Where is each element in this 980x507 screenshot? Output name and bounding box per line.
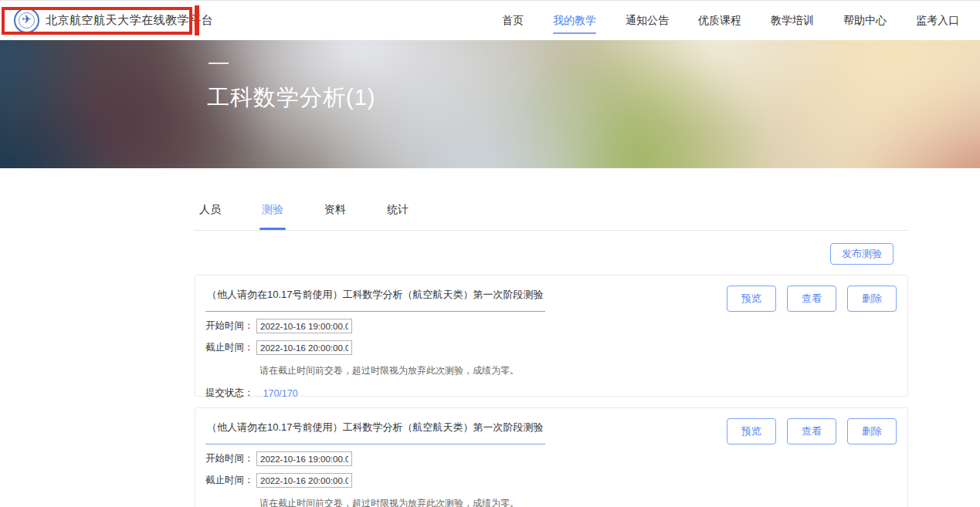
end-time-input[interactable] (256, 473, 352, 488)
course-tabbar: 人员 测验 资料 统计 (195, 189, 908, 231)
end-time-row: 截止时间： (205, 340, 895, 355)
nav-item-notices[interactable]: 通知公告 (626, 9, 669, 32)
tab-materials[interactable]: 资料 (324, 189, 346, 230)
start-time-row: 开始时间： (205, 451, 895, 466)
tab-statistics[interactable]: 统计 (387, 189, 409, 230)
brand-title: 北京航空航天大学在线教学平台 (46, 13, 213, 28)
end-time-label: 截止时间： (205, 341, 249, 354)
nav-item-proctor-entrance[interactable]: 监考入口 (916, 9, 959, 32)
deadline-note: 请在截止时间前交卷，超过时限视为放弃此次测验，成绩为零。 (259, 364, 895, 377)
course-title: 工科数学分析(1) (207, 83, 375, 113)
brand[interactable]: 北京航空航天大学在线教学平台 (14, 8, 213, 33)
quiz-card: （他人请勿在10.17号前使用）工科数学分析（航空航天类）第一次阶段测验 预览 … (195, 275, 908, 397)
publish-quiz-button[interactable]: 发布测验 (830, 243, 894, 265)
deadline-note: 请在截止时间前交卷，超过时限视为放弃此次测验，成绩为零。 (259, 497, 895, 507)
nav-item-teacher-training[interactable]: 教学培训 (771, 9, 814, 32)
main-content: 人员 测验 资料 统计 发布测验 （他人请勿在10.17号前使用）工科数学分析（… (195, 168, 908, 507)
nav-item-my-teaching[interactable]: 我的教学 (553, 9, 596, 32)
end-time-input[interactable] (256, 340, 352, 355)
start-time-row: 开始时间： (205, 319, 895, 333)
end-time-row: 截止时间： (205, 473, 895, 488)
tab-members[interactable]: 人员 (199, 189, 221, 230)
submission-status-row: 提交状态： 170/170 (205, 387, 895, 400)
start-time-input[interactable] (256, 451, 352, 466)
university-seal-logo (14, 8, 39, 33)
quiz-actions: 预览 查看 删除 (727, 418, 897, 444)
banner-background-image (0, 40, 980, 168)
quiz-title-link[interactable]: （他人请勿在10.17号前使用）工科数学分析（航空航天类）第一次阶段测验 (205, 419, 545, 444)
quiz-toolbar: 发布测验 (195, 231, 908, 269)
tab-quizzes[interactable]: 测验 (262, 189, 283, 230)
quiz-card: （他人请勿在10.17号前使用）工科数学分析（航空航天类）第一次阶段测验 预览 … (195, 407, 908, 507)
preview-button[interactable]: 预览 (727, 286, 776, 312)
nav-item-help-center[interactable]: 帮助中心 (843, 9, 887, 32)
top-header: 北京航空航天大学在线教学平台 首页 我的教学 通知公告 优质课程 教学培训 帮助… (0, 0, 980, 40)
main-nav: 首页 我的教学 通知公告 优质课程 教学培训 帮助中心 监考入口 (487, 1, 974, 41)
view-button[interactable]: 查看 (787, 286, 836, 312)
delete-button[interactable]: 删除 (847, 286, 897, 312)
course-banner: 工科数学分析(1) (0, 40, 980, 168)
submission-status-label: 提交状态： (205, 387, 254, 400)
end-time-label: 截止时间： (205, 474, 249, 487)
quiz-actions: 预览 查看 删除 (727, 286, 897, 312)
start-time-label: 开始时间： (205, 319, 249, 333)
preview-button[interactable]: 预览 (727, 418, 776, 444)
nav-item-quality-courses[interactable]: 优质课程 (698, 9, 741, 32)
quiz-title-link[interactable]: （他人请勿在10.17号前使用）工科数学分析（航空航天类）第一次阶段测验 (205, 286, 545, 312)
start-time-label: 开始时间： (205, 452, 249, 465)
banner-dash (209, 63, 229, 64)
delete-button[interactable]: 删除 (847, 418, 897, 444)
nav-item-home[interactable]: 首页 (502, 9, 524, 32)
start-time-input[interactable] (256, 319, 352, 333)
submission-status-link[interactable]: 170/170 (263, 388, 298, 399)
view-button[interactable]: 查看 (787, 418, 836, 444)
